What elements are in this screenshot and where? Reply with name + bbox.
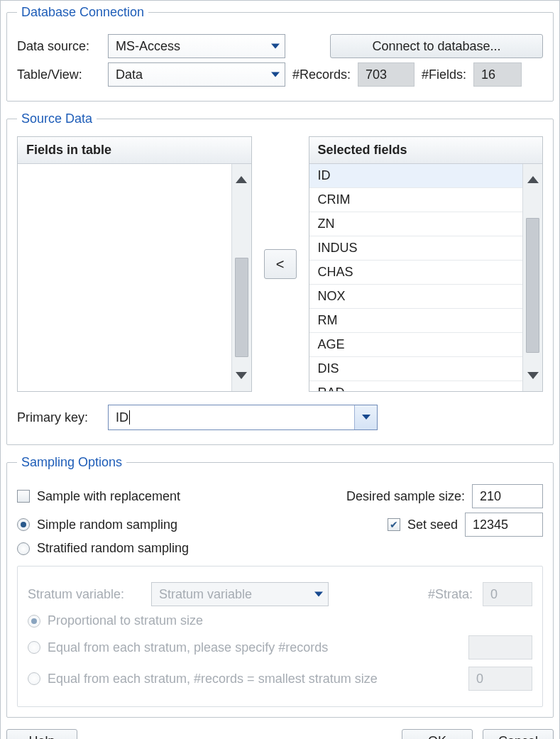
connect-button-label: Connect to database... — [372, 39, 500, 54]
chevron-down-icon[interactable] — [354, 405, 377, 429]
radio-equal-smallest: Equal from each stratum, #records = smal… — [28, 672, 378, 686]
list-item[interactable]: ID — [309, 164, 523, 188]
combo-primary-key[interactable]: ID — [108, 405, 378, 430]
list-selected-header: Selected fields — [309, 137, 543, 164]
ok-button[interactable]: OK — [402, 729, 473, 739]
list-item[interactable]: RAD — [309, 381, 523, 391]
connect-button[interactable]: Connect to database... — [330, 34, 543, 58]
checkbox-set-seed[interactable]: Set seed — [388, 518, 458, 532]
label-records: #Records: — [292, 67, 351, 82]
radio-proportional: Proportional to stratum size — [28, 613, 203, 628]
label-data-source: Data source: — [17, 39, 101, 54]
label-table-view: Table/View: — [17, 67, 101, 82]
checkbox-set-seed-label: Set seed — [407, 518, 458, 532]
list-fields-header: Fields in table — [18, 137, 251, 164]
radio-icon — [28, 641, 40, 654]
list-item[interactable]: CRIM — [309, 188, 523, 212]
transfer-buttons: < — [260, 136, 300, 392]
radio-icon — [28, 615, 40, 628]
combo-data-source[interactable]: MS-Access — [108, 34, 285, 58]
chevron-down-icon — [270, 39, 280, 54]
legend-database-connection: Database Connection — [17, 5, 148, 20]
chevron-up-icon[interactable] — [523, 164, 542, 195]
chevron-down-icon — [270, 67, 280, 82]
list-item[interactable]: NOX — [309, 285, 523, 309]
combo-table-view[interactable]: Data — [108, 62, 285, 87]
legend-source-data: Source Data — [17, 111, 97, 126]
help-button[interactable]: Help — [6, 729, 77, 739]
group-source-data: Source Data Fields in table — [6, 111, 554, 445]
label-primary-key: Primary key: — [17, 410, 101, 425]
label-nstrata: #Strata: — [428, 587, 473, 602]
dialog-buttons: Help OK Cancel — [6, 729, 554, 739]
radio-proportional-label: Proportional to stratum size — [48, 613, 203, 628]
checkbox-replacement-label: Sample with replacement — [37, 489, 180, 504]
radio-stratified-label: Stratified random sampling — [37, 541, 189, 556]
move-left-label: < — [276, 256, 285, 273]
checkbox-replacement[interactable]: Sample with replacement — [17, 489, 180, 504]
value-records: 703 — [358, 62, 414, 87]
combo-primary-key-value: ID — [116, 410, 128, 425]
radio-equal-smallest-label: Equal from each stratum, #records = smal… — [48, 672, 378, 686]
scrollbar-left[interactable] — [231, 164, 251, 391]
chevron-down-icon[interactable] — [523, 360, 542, 391]
radio-simple-random[interactable]: Simple random sampling — [17, 518, 177, 532]
scrollbar-right[interactable] — [522, 164, 542, 391]
value-fields: 16 — [473, 62, 522, 87]
list-item[interactable]: DIS — [309, 357, 523, 381]
cancel-button[interactable]: Cancel — [483, 729, 554, 739]
radio-icon — [28, 672, 40, 685]
input-seed[interactable]: 12345 — [465, 513, 543, 537]
input-equal-specify — [468, 635, 532, 659]
group-sampling-options: Sampling Options Sample with replacement… — [6, 455, 554, 718]
list-item[interactable]: INDUS — [309, 236, 523, 261]
chevron-down-icon — [314, 587, 324, 602]
label-desired-size: Desired sample size: — [346, 489, 465, 504]
checkbox-icon — [388, 518, 400, 531]
radio-simple-label: Simple random sampling — [37, 518, 177, 532]
value-nstrata: 0 — [483, 582, 532, 606]
radio-equal-specify-label: Equal from each stratum, please specify … — [48, 640, 328, 655]
list-fields-in-table[interactable]: Fields in table — [17, 136, 252, 392]
legend-sampling-options: Sampling Options — [17, 455, 126, 470]
checkbox-icon — [17, 490, 30, 503]
label-stratum-variable: Stratum variable: — [28, 587, 141, 602]
group-database-connection: Database Connection Data source: MS-Acce… — [6, 5, 554, 102]
move-left-button[interactable]: < — [264, 249, 297, 279]
label-fields: #Fields: — [422, 67, 466, 82]
list-selected-fields[interactable]: Selected fields IDCRIMZNINDUSCHASNOXRMAG… — [309, 136, 544, 392]
combo-data-source-value: MS-Access — [116, 39, 180, 54]
list-item[interactable]: ZN — [309, 212, 523, 236]
combo-stratum-variable: Stratum variable — [151, 582, 329, 606]
stratified-subgroup: Stratum variable: Stratum variable #Stra… — [17, 566, 543, 707]
combo-stratum-variable-value: Stratum variable — [159, 587, 252, 602]
text-cursor — [129, 410, 130, 425]
chevron-down-icon[interactable] — [232, 360, 251, 391]
radio-stratified[interactable]: Stratified random sampling — [17, 541, 189, 556]
radio-equal-specify: Equal from each stratum, please specify … — [28, 640, 328, 655]
radio-icon — [17, 542, 30, 555]
radio-icon — [17, 518, 30, 531]
combo-table-view-value: Data — [116, 67, 143, 82]
chevron-up-icon[interactable] — [232, 164, 251, 195]
dialog: Database Connection Data source: MS-Acce… — [0, 0, 560, 739]
list-item[interactable]: CHAS — [309, 261, 523, 285]
value-equal-smallest: 0 — [468, 667, 532, 691]
list-item[interactable]: RM — [309, 309, 523, 333]
input-desired-size[interactable]: 210 — [472, 484, 543, 508]
list-item[interactable]: AGE — [309, 333, 523, 357]
